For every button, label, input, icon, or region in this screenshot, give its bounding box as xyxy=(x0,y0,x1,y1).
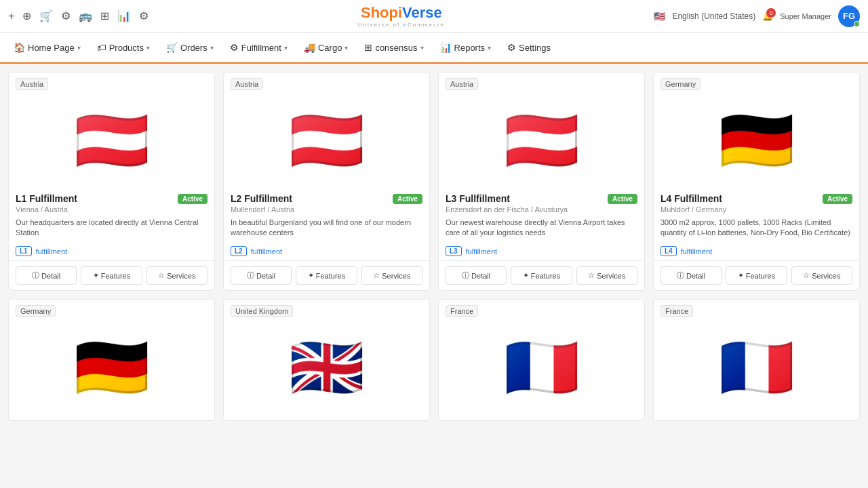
features-icon: ✦ xyxy=(523,271,529,280)
language-label[interactable]: English (United States) xyxy=(672,12,755,21)
card-location: Mullendorf / Austria xyxy=(231,205,422,214)
detail-button[interactable]: ⓘDetail xyxy=(660,266,722,285)
card-title: L2 Fulfillment xyxy=(231,193,292,204)
flag-display: 🇬🇧 xyxy=(224,320,429,415)
services-button[interactable]: ☆Services xyxy=(576,266,637,285)
flag-display: 🇦🇹 xyxy=(439,93,644,188)
flag-display: 🇦🇹 xyxy=(9,93,214,188)
info-icon: ⓘ xyxy=(247,270,254,281)
dashboard-icon[interactable]: ⊕ xyxy=(22,9,31,22)
status-badge: Active xyxy=(178,194,208,204)
grid-icon[interactable]: ⊞ xyxy=(100,9,109,22)
card-location: Enzersdorf an der Fischa / Avusturya xyxy=(446,205,637,214)
avatar-initials: FG xyxy=(843,11,855,21)
nav-item-cargo[interactable]: 🚚 Cargo ▾ xyxy=(297,33,355,62)
card-title-row: L1 Fulfillment Active xyxy=(16,193,208,204)
tag-label[interactable]: fulfillment xyxy=(681,247,712,256)
features-button[interactable]: ✦Features xyxy=(726,266,787,285)
status-badge: Active xyxy=(823,194,852,204)
card-tags: L3 fulfillment xyxy=(439,242,644,260)
services-button[interactable]: ☆Services xyxy=(791,266,852,285)
tag-id: L2 xyxy=(231,246,247,256)
country-badge: Germany xyxy=(16,305,56,317)
chart-icon[interactable]: 📊 xyxy=(117,9,131,22)
card-body: L1 Fulfillment Active Vienna / Austria O… xyxy=(9,188,214,242)
logo-verse: Verse xyxy=(402,4,442,21)
status-badge: Active xyxy=(608,194,637,204)
chevron-down-icon: ▾ xyxy=(146,44,150,52)
orders-icon: 🛒 xyxy=(166,42,178,53)
card-tags: L1 fulfillment xyxy=(9,242,214,260)
notification-badge: 0 xyxy=(766,8,776,18)
star-icon: ☆ xyxy=(588,271,595,280)
add-icon[interactable]: + xyxy=(8,10,14,22)
tag-label[interactable]: fulfillment xyxy=(36,247,67,256)
card-body: L2 Fulfillment Active Mullendorf / Austr… xyxy=(224,188,429,242)
chevron-down-icon: ▾ xyxy=(284,44,288,52)
tag-id: L4 xyxy=(660,246,677,256)
country-badge: France xyxy=(660,305,693,317)
services-button[interactable]: ☆Services xyxy=(361,266,422,285)
nav-item-orders[interactable]: 🛒 Orders ▾ xyxy=(159,33,220,62)
services-button[interactable]: ☆Services xyxy=(146,266,208,285)
gear-icon[interactable]: ⚙ xyxy=(139,9,149,22)
tag-id: L3 xyxy=(446,246,462,256)
features-button[interactable]: ✦Features xyxy=(296,266,357,285)
top-bar: + ⊕ 🛒 ⚙ 🚌 ⊞ 📊 ⚙ ShopiVerse Universe of e… xyxy=(0,0,868,33)
fulfillment-card-l4: Germany 🇩🇪 L4 Fulfillment Active Muhldor… xyxy=(653,72,860,291)
nav-item-reports[interactable]: 📊 Reports ▾ xyxy=(433,33,498,62)
card-location: Vienna / Austria xyxy=(16,205,208,214)
nav-label-fulfillment: Fulfillment xyxy=(241,43,281,53)
features-icon: ✦ xyxy=(93,271,99,280)
toolbar-icons: + ⊕ 🛒 ⚙ 🚌 ⊞ 📊 ⚙ xyxy=(8,9,149,22)
truck-icon[interactable]: 🚌 xyxy=(79,9,92,22)
flag-display: 🇦🇹 xyxy=(224,93,429,188)
home-icon: 🏠 xyxy=(14,42,25,53)
bottom-card-france2: France 🇫🇷 xyxy=(653,299,860,421)
card-tags: L2 fulfillment xyxy=(224,242,429,260)
nav-item-fulfillment[interactable]: ⚙ Fulfillment ▾ xyxy=(223,33,294,62)
top-bar-right: 🇺🇸 English (United States) 🔔 0 Super Man… xyxy=(654,5,860,27)
detail-button[interactable]: ⓘDetail xyxy=(16,266,77,285)
card-description: 3000 m2 approx, 1000 pallets, 1000 Racks… xyxy=(660,218,852,239)
cart-icon[interactable]: 🛒 xyxy=(39,9,53,22)
features-button[interactable]: ✦Features xyxy=(81,266,142,285)
card-title: L3 Fullfillment xyxy=(446,193,510,204)
card-title: L1 Fulfillment xyxy=(16,193,77,204)
features-button[interactable]: ✦Features xyxy=(511,266,572,285)
card-title-row: L3 Fullfillment Active xyxy=(446,193,637,204)
chevron-down-icon: ▾ xyxy=(344,44,348,52)
flag-display: 🇫🇷 xyxy=(654,320,859,415)
card-description: Our newest warehouse directly at Vienna … xyxy=(446,218,637,239)
notification-bell[interactable]: 🔔 0 xyxy=(762,11,773,21)
user-info: Super Manager xyxy=(780,12,831,20)
detail-button[interactable]: ⓘDetail xyxy=(231,266,292,285)
nav-item-products[interactable]: 🏷 Products ▾ xyxy=(90,33,157,62)
nav-item-homepage[interactable]: 🏠 Home Page ▾ xyxy=(7,33,87,62)
nav-label-settings: Settings xyxy=(519,43,551,53)
bottom-cards-row: Germany 🇩🇪 United Kingdom 🇬🇧 France 🇫🇷 F… xyxy=(8,299,860,421)
main-content: Austria 🇦🇹 L1 Fulfillment Active Vienna … xyxy=(0,64,868,429)
products-icon: 🏷 xyxy=(97,42,106,53)
tag-label[interactable]: fulfillment xyxy=(251,247,282,256)
cards-grid: Austria 🇦🇹 L1 Fulfillment Active Vienna … xyxy=(8,72,860,291)
star-icon: ☆ xyxy=(158,271,165,280)
reports-icon: 📊 xyxy=(440,42,452,53)
avatar[interactable]: FG xyxy=(838,5,860,27)
flag-display: 🇩🇪 xyxy=(9,320,214,415)
card-buttons: ⓘDetail ✦Features ☆Services xyxy=(9,261,214,290)
features-icon: ✦ xyxy=(738,271,744,280)
flag-display: 🇫🇷 xyxy=(439,320,644,415)
country-badge: Austria xyxy=(231,78,263,90)
nav-label-homepage: Home Page xyxy=(28,43,75,53)
detail-button[interactable]: ⓘDetail xyxy=(446,266,507,285)
tag-label[interactable]: fulfillment xyxy=(466,247,497,256)
nav-item-settings[interactable]: ⚙ Settings xyxy=(500,33,557,62)
card-title-row: L4 Fulfillment Active xyxy=(660,193,852,204)
settings-nav-icon: ⚙ xyxy=(507,42,516,53)
settings-icon[interactable]: ⚙ xyxy=(61,9,71,22)
chevron-down-icon: ▾ xyxy=(77,44,81,52)
nav-item-consensus[interactable]: ⊞ consensus ▾ xyxy=(357,33,430,62)
info-icon: ⓘ xyxy=(462,270,469,281)
nav-label-orders: Orders xyxy=(180,43,208,53)
